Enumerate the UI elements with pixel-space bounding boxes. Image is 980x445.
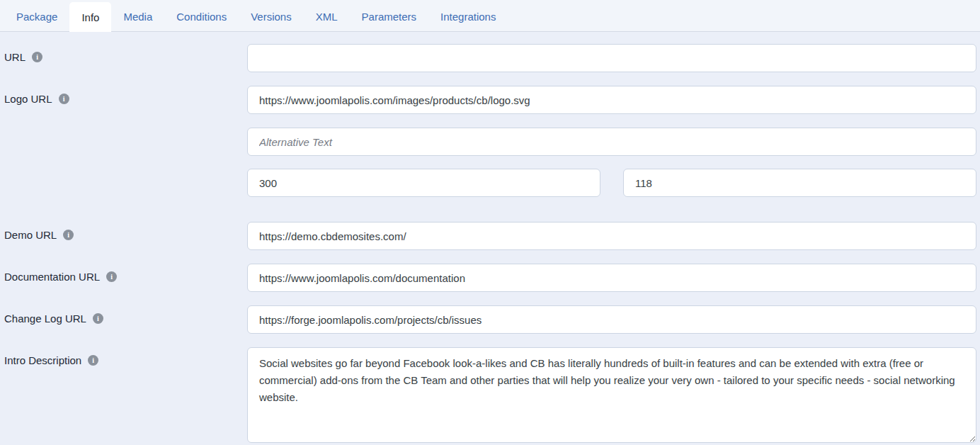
tab-info[interactable]: Info <box>69 2 111 32</box>
logo-url-input[interactable] <box>247 86 976 114</box>
url-input[interactable] <box>247 44 976 72</box>
tab-versions[interactable]: Versions <box>239 2 304 31</box>
changelog-url-input[interactable] <box>247 305 976 334</box>
changelog-url-label: Change Log URL <box>4 312 86 325</box>
url-label-group: URL i <box>4 44 247 63</box>
url-label: URL <box>4 51 25 63</box>
tab-conditions[interactable]: Conditions <box>164 2 239 31</box>
intro-description-label: Intro Description <box>4 354 81 366</box>
form-row-logo-url: Logo URL i <box>4 86 976 197</box>
documentation-url-label: Documentation URL <box>4 271 100 283</box>
logo-size-row <box>247 169 976 197</box>
tab-parameters[interactable]: Parameters <box>350 2 429 31</box>
documentation-url-input[interactable] <box>247 264 976 292</box>
logo-width-input[interactable] <box>247 169 600 197</box>
form-row-url: URL i <box>4 44 976 72</box>
info-icon[interactable]: i <box>63 230 74 240</box>
form-row-demo-url: Demo URL i <box>4 222 976 250</box>
demo-url-label: Demo URL <box>4 229 57 241</box>
changelog-url-label-group: Change Log URL i <box>4 305 247 325</box>
info-icon[interactable]: i <box>59 94 69 104</box>
intro-description-label-group: Intro Description i <box>4 347 247 366</box>
logo-alt-text-input[interactable] <box>247 128 976 156</box>
tab-integrations[interactable]: Integrations <box>428 2 508 31</box>
form-row-changelog-url: Change Log URL i <box>4 305 976 334</box>
tab-package[interactable]: Package <box>4 2 69 31</box>
form-row-intro-description: Intro Description i Social websites go f… <box>4 347 976 443</box>
info-icon[interactable]: i <box>93 313 103 324</box>
tab-media[interactable]: Media <box>111 2 164 31</box>
logo-url-label: Logo URL <box>4 93 52 105</box>
demo-url-input[interactable] <box>247 222 976 250</box>
documentation-url-label-group: Documentation URL i <box>4 264 247 283</box>
info-icon[interactable]: i <box>32 52 42 62</box>
info-icon[interactable]: i <box>88 355 98 366</box>
logo-url-label-group: Logo URL i <box>4 86 247 105</box>
intro-description-textarea[interactable]: Social websites go far beyond Facebook l… <box>247 347 976 443</box>
logo-height-input[interactable] <box>623 169 976 197</box>
info-icon[interactable]: i <box>106 271 117 282</box>
form-row-documentation-url: Documentation URL i <box>4 264 976 292</box>
info-tab-panel: URL i Logo URL i Demo URL i <box>0 32 980 443</box>
tab-bar: Package Info Media Conditions Versions X… <box>0 0 980 32</box>
demo-url-label-group: Demo URL i <box>4 222 247 241</box>
tab-xml[interactable]: XML <box>304 2 350 31</box>
